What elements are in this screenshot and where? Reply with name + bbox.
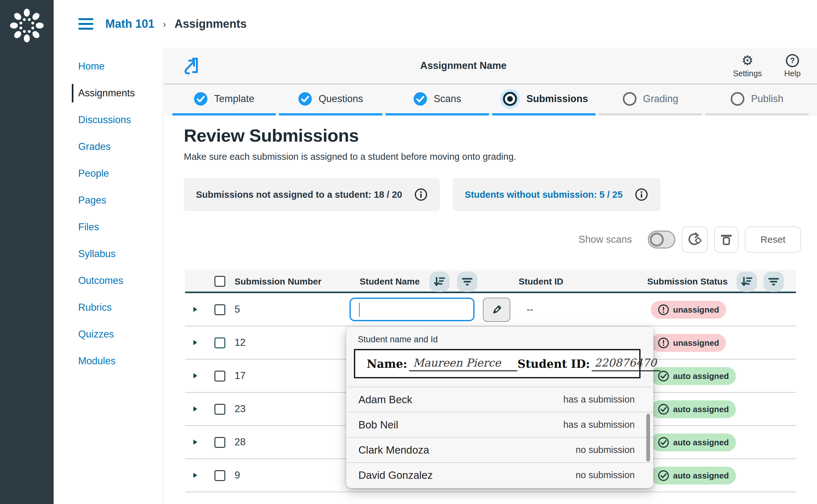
breadcrumb-course-link[interactable]: Math 101 bbox=[105, 17, 154, 31]
sidebar-item-outcomes[interactable]: Outcomes bbox=[54, 267, 163, 294]
row-checkbox[interactable] bbox=[214, 404, 225, 415]
expand-row-icon[interactable] bbox=[193, 472, 198, 478]
scan-preview: Name: Maureen Pierce Student ID: 2208764… bbox=[354, 349, 641, 378]
submission-number: 17 bbox=[234, 359, 245, 392]
chip-link-label[interactable]: Students without submission: 5 / 25 bbox=[465, 189, 623, 200]
assignment-header-bar: Assignment Name ⚙ Settings ? Help bbox=[164, 48, 817, 85]
row-checkbox[interactable] bbox=[214, 437, 225, 448]
check-circle-icon bbox=[413, 92, 427, 106]
show-scans-toggle[interactable] bbox=[648, 231, 675, 248]
student-option-status: no submission bbox=[576, 445, 635, 455]
dropdown-scrollbar[interactable] bbox=[646, 414, 650, 462]
row-checkbox[interactable] bbox=[214, 304, 225, 315]
student-option-status: has a submission bbox=[563, 419, 635, 430]
alert-circle-icon bbox=[658, 337, 669, 349]
submission-number: 12 bbox=[234, 326, 245, 359]
row-checkbox[interactable] bbox=[214, 371, 225, 382]
sidebar-item-assignments[interactable]: Assignments bbox=[54, 80, 163, 107]
info-icon[interactable] bbox=[635, 188, 648, 201]
tab-scans[interactable]: Scans bbox=[385, 85, 489, 115]
sidebar-item-people[interactable]: People bbox=[54, 160, 163, 187]
sidebar-item-discussions[interactable]: Discussions bbox=[54, 107, 163, 133]
radio-empty-icon bbox=[731, 92, 745, 106]
radio-active-icon bbox=[500, 89, 520, 109]
col-student-id: Student ID bbox=[519, 270, 563, 293]
sort-submission-status-button[interactable] bbox=[737, 271, 757, 292]
expand-row-icon[interactable] bbox=[193, 339, 198, 346]
col-submission-status: Submission Status bbox=[647, 270, 728, 293]
status-text: unassigned bbox=[673, 305, 719, 315]
sidebar-item-pages[interactable]: Pages bbox=[54, 187, 163, 214]
check-circle-outline-icon bbox=[658, 370, 669, 382]
col-student-name: Student Name bbox=[360, 270, 420, 293]
tab-label: Questions bbox=[318, 93, 363, 105]
col-submission-number: Submission Number bbox=[234, 270, 321, 293]
sidebar-item-home[interactable]: Home bbox=[54, 53, 163, 80]
scan-name-label: Name: bbox=[367, 357, 407, 370]
row-checkbox[interactable] bbox=[214, 470, 225, 481]
submission-number: 9 bbox=[234, 459, 240, 492]
sidebar-item-quizzes[interactable]: Quizzes bbox=[54, 321, 163, 348]
sidebar-item-syllabus[interactable]: Syllabus bbox=[54, 241, 163, 267]
canvas-logo-icon[interactable] bbox=[9, 8, 45, 43]
delete-button[interactable] bbox=[714, 226, 739, 253]
sidebar-item-files[interactable]: Files bbox=[54, 214, 163, 241]
sort-icon bbox=[433, 275, 446, 288]
chip-unassigned-count: Submissions not assigned to a student: 1… bbox=[184, 178, 440, 211]
tab-template[interactable]: Template bbox=[172, 85, 276, 115]
tab-submissions[interactable]: Submissions bbox=[492, 85, 596, 115]
course-nav: Home Assignments Discussions Grades Peop… bbox=[54, 48, 163, 504]
check-circle-outline-icon bbox=[658, 437, 669, 448]
edit-name-button[interactable] bbox=[483, 298, 510, 322]
status-badge: unassigned bbox=[651, 301, 726, 319]
summary-chips: Submissions not assigned to a student: 1… bbox=[184, 178, 817, 211]
submission-number: 23 bbox=[234, 393, 245, 425]
filter-submission-status-button[interactable] bbox=[763, 271, 784, 292]
expand-row-icon[interactable] bbox=[193, 406, 198, 412]
student-id-value: -- bbox=[527, 293, 533, 326]
student-option[interactable]: Clark Mendoza no submission bbox=[346, 437, 653, 462]
rotate-scan-button[interactable] bbox=[682, 226, 708, 253]
assignment-title: Assignment Name bbox=[164, 48, 763, 84]
tab-grading[interactable]: Grading bbox=[599, 85, 702, 115]
student-option-name: Bob Neil bbox=[358, 419, 398, 431]
select-all-checkbox[interactable] bbox=[214, 276, 225, 287]
scan-name-handwriting: Maureen Pierce bbox=[409, 356, 517, 371]
sidebar-item-modules[interactable]: Modules bbox=[54, 348, 163, 374]
student-option[interactable]: Bob Neil has a submission bbox=[346, 412, 653, 437]
student-option[interactable]: David Gonzalez no submission bbox=[346, 462, 653, 487]
status-badge: auto assigned bbox=[651, 400, 736, 418]
sidebar-item-grades[interactable]: Grades bbox=[54, 133, 163, 160]
filter-student-name-button[interactable] bbox=[457, 271, 478, 292]
student-option[interactable]: Adam Beck has a submission bbox=[346, 387, 653, 412]
check-circle-outline-icon bbox=[658, 470, 669, 481]
check-circle-outline-icon bbox=[658, 404, 669, 415]
reset-button[interactable]: Reset bbox=[745, 226, 801, 253]
info-icon[interactable] bbox=[414, 188, 428, 201]
expand-row-icon[interactable] bbox=[193, 373, 198, 379]
hamburger-menu-icon[interactable] bbox=[78, 18, 93, 30]
screen: Math 101 › Assignments Home Assignments … bbox=[0, 0, 817, 504]
tab-publish[interactable]: Publish bbox=[705, 85, 809, 115]
status-text: auto assigned bbox=[673, 404, 729, 414]
expand-row-icon[interactable] bbox=[193, 306, 198, 313]
toggle-knob bbox=[650, 233, 664, 247]
alert-circle-icon bbox=[658, 304, 669, 315]
gear-icon: ⚙ bbox=[741, 54, 754, 68]
table-row: 5 -- unassigned bbox=[185, 293, 796, 326]
student-option-status: has a submission bbox=[563, 394, 635, 405]
help-button[interactable]: ? Help bbox=[775, 48, 810, 84]
student-name-input[interactable] bbox=[349, 298, 475, 321]
sidebar-item-rubrics[interactable]: Rubrics bbox=[54, 294, 163, 321]
svg-text:?: ? bbox=[790, 56, 795, 65]
filter-icon bbox=[461, 275, 474, 288]
status-badge: unassigned bbox=[651, 334, 726, 352]
student-option-status: no submission bbox=[576, 470, 635, 480]
expand-row-icon[interactable] bbox=[193, 439, 198, 445]
student-option-name: David Gonzalez bbox=[358, 469, 433, 481]
sort-student-name-button[interactable] bbox=[429, 271, 450, 292]
settings-button[interactable]: ⚙ Settings bbox=[728, 48, 767, 84]
row-checkbox[interactable] bbox=[214, 337, 225, 348]
tab-questions[interactable]: Questions bbox=[279, 85, 382, 115]
tab-label: Scans bbox=[434, 93, 461, 105]
